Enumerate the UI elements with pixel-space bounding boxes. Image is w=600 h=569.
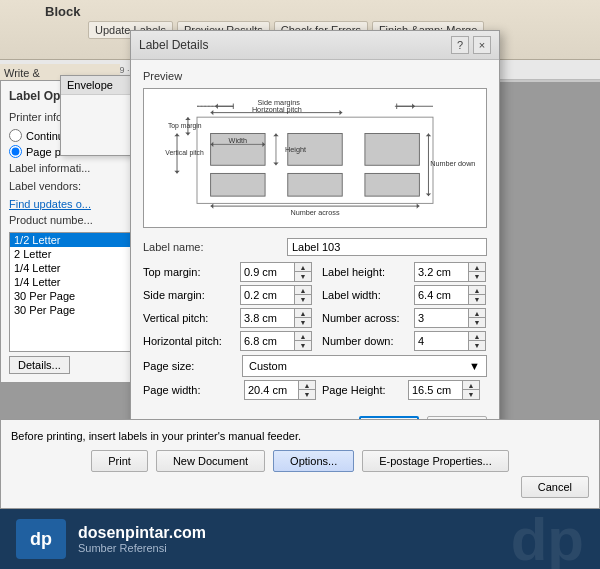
dialog-close-btn[interactable]: × [473,36,491,54]
page-size-label: Page size: [143,360,238,372]
svg-marker-13 [185,117,190,120]
top-margin-down[interactable]: ▼ [295,272,311,281]
vertical-pitch-down[interactable]: ▼ [295,318,311,327]
label-details-dialog: Label Details ? × Preview Side margins [130,30,500,449]
dialog-body: Preview Side margins [131,60,499,410]
page-height-input[interactable]: ▲ ▼ [408,380,480,400]
preview-section-label: Preview [143,70,487,82]
print-button[interactable]: Print [91,450,148,472]
svg-marker-11 [412,104,415,109]
page-height-label: Page Height: [322,384,402,396]
svg-text:Width: Width [229,136,248,145]
page-size-arrow: ▼ [469,360,480,372]
label-height-label: Label height: [322,266,412,278]
label-height-arrows[interactable]: ▲ ▼ [469,262,486,282]
number-across-up[interactable]: ▲ [469,309,485,318]
vertical-pitch-row: Vertical pitch: ▲ ▼ [143,308,312,328]
svg-rect-20 [288,173,342,196]
svg-rect-18 [365,133,419,165]
label-width-input[interactable]: ▲ ▼ [414,285,486,305]
label-name-row: Label name: [143,238,487,256]
form-grid: Top margin: ▲ ▼ Label height: [143,262,487,351]
number-down-label: Number down: [322,335,412,347]
page-height-up[interactable]: ▲ [463,381,479,390]
page-width-input[interactable]: ▲ ▼ [244,380,316,400]
top-margin-input[interactable]: ▲ ▼ [240,262,312,282]
dialog-help-btn[interactable]: ? [451,36,469,54]
side-margin-down[interactable]: ▼ [295,295,311,304]
svg-marker-40 [174,171,179,174]
side-margin-label: Side margin: [143,289,238,301]
label-height-row: Label height: ▲ ▼ [322,262,487,282]
number-down-down[interactable]: ▼ [469,341,485,350]
label-height-input[interactable]: ▲ ▼ [414,262,486,282]
footer-site-name: dosenpintar.com [78,524,206,542]
dialog-titlebar: Label Details ? × [131,31,499,60]
new-document-button[interactable]: New Document [156,450,265,472]
label-width-up[interactable]: ▲ [469,286,485,295]
dialog-title: Label Details [139,38,208,52]
number-across-input[interactable]: ▲ ▼ [414,308,486,328]
preview-area: Side margins Top margin [143,88,487,228]
side-margin-input[interactable]: ▲ ▼ [240,285,312,305]
bottom-cancel-button[interactable]: Cancel [521,476,589,498]
number-down-arrows[interactable]: ▲ ▼ [469,331,486,351]
svg-text:Horizontal pitch: Horizontal pitch [252,105,302,114]
number-down-up[interactable]: ▲ [469,332,485,341]
envelope-title: Envelope [67,79,113,91]
number-down-input[interactable]: ▲ ▼ [414,331,486,351]
page-width-up[interactable]: ▲ [299,381,315,390]
label-name-input[interactable] [287,238,487,256]
vertical-pitch-label: Vertical pitch: [143,312,238,324]
dialog-controls: ? × [451,36,491,54]
vertical-pitch-arrows[interactable]: ▲ ▼ [295,308,312,328]
svg-marker-9 [215,104,218,109]
number-across-arrows[interactable]: ▲ ▼ [469,308,486,328]
horizontal-pitch-down[interactable]: ▼ [295,341,311,350]
page-width-arrows[interactable]: ▲ ▼ [299,380,316,400]
side-margin-row: Side margin: ▲ ▼ [143,285,312,305]
svg-marker-44 [417,203,420,208]
horizontal-pitch-up[interactable]: ▲ [295,332,311,341]
svg-marker-14 [185,133,190,136]
top-margin-arrows[interactable]: ▲ ▼ [295,262,312,282]
horizontal-pitch-label: Horizontal pitch: [143,335,238,347]
top-margin-up[interactable]: ▲ [295,263,311,272]
block-label: Block [45,4,80,19]
label-width-down[interactable]: ▼ [469,295,485,304]
bottom-buttons: Print New Document Options... E-postage … [11,450,589,472]
svg-text:Vertical pitch: Vertical pitch [165,149,204,157]
horizontal-pitch-arrows[interactable]: ▲ ▼ [295,331,312,351]
label-height-down[interactable]: ▼ [469,272,485,281]
number-across-row: Number across: ▲ ▼ [322,308,487,328]
svg-marker-36 [340,110,343,115]
label-width-arrows[interactable]: ▲ ▼ [469,285,486,305]
horizontal-pitch-input[interactable]: ▲ ▼ [240,331,312,351]
page-width-label: Page width: [143,384,238,396]
vertical-pitch-up[interactable]: ▲ [295,309,311,318]
svg-marker-39 [174,133,179,136]
page-dimensions-row: Page width: ▲ ▼ Page Height: ▲ ▼ [143,380,487,400]
side-margin-up[interactable]: ▲ [295,286,311,295]
svg-text:Number down: Number down [430,159,475,168]
label-width-label: Label width: [322,289,412,301]
footer-watermark: dp [511,505,584,570]
label-height-up[interactable]: ▲ [469,263,485,272]
epostage-button[interactable]: E-postage Properties... [362,450,509,472]
vertical-pitch-input[interactable]: ▲ ▼ [240,308,312,328]
page-height-down[interactable]: ▼ [463,390,479,399]
page-size-dropdown[interactable]: Custom ▼ [242,355,487,377]
number-down-row: Number down: ▲ ▼ [322,331,487,351]
page-height-arrows[interactable]: ▲ ▼ [463,380,480,400]
top-margin-label: Top margin: [143,266,238,278]
number-across-down[interactable]: ▼ [469,318,485,327]
page-width-down[interactable]: ▼ [299,390,315,399]
options-button[interactable]: Options... [273,450,354,472]
svg-marker-35 [211,110,214,115]
svg-text:Top margin: Top margin [168,122,202,130]
side-margin-arrows[interactable]: ▲ ▼ [295,285,312,305]
number-across-label: Number across: [322,312,412,324]
bottom-message: Before printing, insert labels in your p… [11,430,589,442]
top-margin-row: Top margin: ▲ ▼ [143,262,312,282]
details-button[interactable]: Details... [9,356,70,374]
